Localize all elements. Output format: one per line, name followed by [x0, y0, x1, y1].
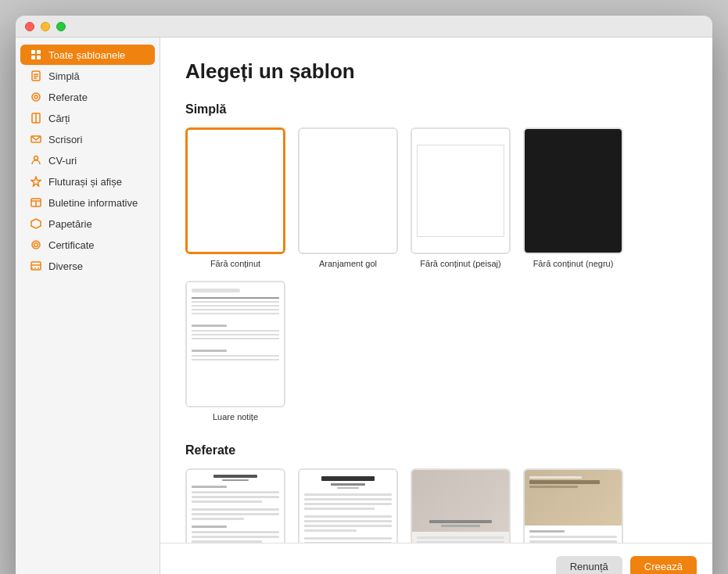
svg-point-9	[34, 95, 38, 99]
template-thumb-luare-notite[interactable]	[185, 281, 285, 407]
referate-icon	[30, 91, 42, 103]
svg-rect-1	[37, 50, 41, 54]
template-thumb-aranjament-gol[interactable]	[298, 127, 398, 254]
sidebar-item-label: Scrisori	[48, 134, 82, 145]
sidebar-item-fluturasi[interactable]: Fluturași și afișe	[20, 171, 155, 192]
sidebar-item-label: Cărți	[48, 113, 70, 124]
sidebar-item-label: Fluturași și afișe	[48, 176, 122, 188]
sidebar: Toate șabloanele Simplă	[16, 38, 160, 574]
section-referate-title: Referate	[185, 443, 687, 457]
sidebar-item-carti[interactable]: Cărți	[20, 108, 155, 128]
template-thumb-fara-continut[interactable]	[185, 127, 285, 254]
sidebar-item-toate-sabloanele[interactable]: Toate șabloanele	[20, 45, 155, 65]
sidebar-item-certificate[interactable]: Certificate	[20, 235, 155, 255]
template-luare-notite[interactable]: Luare notițe	[185, 281, 285, 422]
fluturasi-icon	[30, 175, 42, 188]
content-area: Toate șabloanele Simplă	[16, 38, 712, 574]
sidebar-item-diverse[interactable]: Diverse	[20, 256, 155, 276]
sidebar-item-label: Certificate	[48, 239, 95, 251]
sidebar-item-simpla[interactable]: Simplă	[20, 66, 155, 86]
svg-rect-0	[31, 50, 35, 54]
certificate-icon	[30, 239, 42, 251]
create-button[interactable]: Creează	[630, 556, 697, 574]
sidebar-item-label: CV-uri	[48, 155, 77, 167]
papetarie-icon	[30, 217, 42, 230]
svg-point-20	[34, 243, 38, 247]
svg-marker-14	[31, 177, 41, 186]
template-label-aranjament-gol: Aranjament gol	[319, 259, 377, 268]
carti-icon	[30, 112, 42, 124]
sidebar-item-cv-uri[interactable]: CV-uri	[20, 150, 155, 170]
template-label-fara-continut: Fără conținut	[210, 259, 260, 268]
template-fara-continut-peisaj[interactable]: Fără conținut (peisaj)	[411, 127, 511, 268]
main-content: Alegeți un șablon Simplă Fără conținut	[160, 38, 712, 574]
sidebar-item-buletine[interactable]: Buletine informative	[20, 192, 155, 213]
template-fara-continut-negru[interactable]: Fără conținut (negru)	[523, 127, 623, 268]
section-simpla: Simplă Fără conținut Aranjam	[185, 102, 687, 422]
svg-point-19	[32, 241, 40, 249]
template-thumb-fara-continut-negru[interactable]	[523, 127, 623, 254]
cv-icon	[30, 154, 42, 167]
sidebar-item-label: Buletine informative	[48, 197, 138, 209]
template-label-fara-continut-negru: Fără conținut (negru)	[533, 259, 614, 268]
titlebar	[16, 16, 712, 38]
doc-icon	[30, 70, 42, 82]
svg-marker-18	[31, 219, 41, 228]
page-title: Alegeți un șablon	[185, 59, 687, 84]
bottom-bar: Renunță Creează	[160, 543, 712, 574]
svg-point-13	[34, 156, 38, 160]
template-aranjament-gol[interactable]: Aranjament gol	[298, 127, 398, 268]
diverse-icon	[30, 260, 42, 272]
sidebar-item-label: Papetărie	[48, 218, 92, 230]
sidebar-item-papetarie[interactable]: Papetărie	[20, 213, 155, 234]
svg-rect-2	[31, 56, 35, 59]
cancel-button[interactable]: Renunță	[556, 556, 622, 574]
sidebar-item-scrisori[interactable]: Scrisori	[20, 129, 155, 149]
scrisori-icon	[30, 133, 42, 145]
svg-point-8	[32, 93, 40, 101]
maximize-button[interactable]	[56, 22, 66, 31]
sidebar-item-label: Diverse	[48, 260, 83, 272]
blank-dark-preview	[525, 129, 622, 253]
svg-rect-3	[37, 56, 41, 59]
template-fara-continut[interactable]: Fără conținut	[185, 127, 285, 268]
template-label-fara-continut-peisaj: Fără conținut (peisaj)	[420, 259, 500, 268]
simpla-templates-grid: Fără conținut Aranjament gol	[185, 127, 687, 422]
sidebar-item-referate[interactable]: Referate	[20, 87, 155, 107]
grid-icon	[30, 48, 42, 61]
app-window: Toate șabloanele Simplă	[16, 16, 712, 574]
sidebar-item-label: Referate	[48, 91, 88, 103]
blank-landscape-preview	[299, 129, 396, 253]
section-simpla-title: Simplă	[185, 102, 687, 117]
close-button[interactable]	[25, 22, 34, 31]
sidebar-item-label: Simplă	[48, 70, 80, 82]
template-thumb-fara-continut-peisaj[interactable]	[411, 127, 511, 254]
blank-white-preview	[188, 130, 283, 252]
buletine-icon	[30, 196, 42, 209]
blank-landscape2-preview	[412, 129, 509, 253]
template-label-luare-notite: Luare notițe	[213, 412, 258, 422]
minimize-button[interactable]	[41, 22, 50, 31]
sidebar-item-label: Toate șabloanele	[48, 49, 125, 61]
